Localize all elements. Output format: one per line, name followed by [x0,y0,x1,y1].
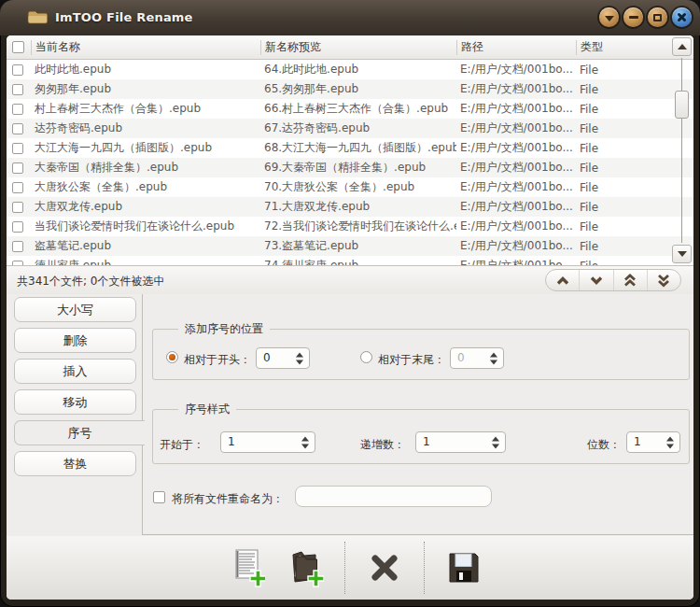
radio-relative-end[interactable] [360,351,372,363]
table-row[interactable]: 达芬奇密码.epub 67.达芬奇密码.epub E:/用户/文档/001bo.… [7,119,693,138]
row-checkbox[interactable] [12,84,23,95]
maximize-button[interactable] [648,7,667,27]
radio-relative-start[interactable] [166,351,178,363]
scrollbar-thumb[interactable] [675,91,689,119]
table-row[interactable]: 村上春树三大杰作（合集）.epub 66.村上春树三大杰作（合集）.epub E… [7,99,693,119]
move-down-icon [588,275,605,287]
move-bottom-button[interactable] [647,270,680,290]
row-checkbox[interactable] [12,143,23,154]
table-row[interactable]: 德川家康.epub 74.德川家康.epub E:/用户/文档/001bo...… [7,256,693,266]
close-icon [677,12,687,22]
sidebar-item-删除[interactable]: 删除 [14,328,136,353]
add-folder-button[interactable] [285,545,326,590]
scroll-down-button[interactable] [672,245,692,263]
table-row[interactable]: 大唐双龙传.epub 71.大唐双龙传.epub E:/用户/文档/001bo.… [7,197,693,217]
position-group-title: 添加序号的位置 [178,321,270,337]
serial-number-panel: 添加序号的位置 相对于开头： 0 相对于末尾： 0 序号样式 [142,294,693,535]
rename-all-checkbox[interactable] [153,491,165,503]
digits-label: 位数： [587,437,621,453]
column-header-current[interactable]: 当前名称 [31,35,260,59]
start-at-spinner[interactable]: 1 [220,431,315,453]
add-files-icon [230,548,265,587]
sidebar-item-替换[interactable]: 替换 [14,451,136,476]
table-row[interactable]: 此时此地.epub 64.此时此地.epub E:/用户/文档/001bo...… [7,60,693,79]
add-folder-icon [287,548,324,587]
window-title: ImTOO File Rename [55,10,193,24]
increment-label: 递增数： [360,437,405,453]
row-checkbox[interactable] [12,123,23,134]
end-offset-spinner[interactable]: 0 [450,347,504,369]
titlebar[interactable]: ImTOO File Rename [0,0,700,35]
select-all-checkbox[interactable] [12,41,24,53]
row-checkbox[interactable] [12,64,23,76]
app-window: ImTOO File Rename 当前名称 新名称预览 路径 类型 [0,0,700,607]
file-table: 当前名称 新名称预览 路径 类型 此时此地.epub 64.此时此地.epub … [7,35,693,266]
scroll-up-button[interactable] [672,37,692,56]
table-row[interactable]: 匆匆那年.epub 65.匆匆那年.epub E:/用户/文档/001bo...… [7,79,693,99]
row-checkbox[interactable] [12,241,23,252]
content-area: 当前名称 新名称预览 路径 类型 此时此地.epub 64.此时此地.epub … [7,35,693,600]
table-row[interactable]: 大唐狄公案（全集）.epub 70.大唐狄公案（全集）.epub E:/用户/文… [7,177,693,197]
spinner-arrows-icon[interactable] [301,436,309,448]
style-group: 序号样式 开始于： 1 递增数： 1 位数： 1 [152,409,690,464]
shade-icon [605,16,614,21]
move-top-button[interactable] [613,270,647,290]
minimize-button[interactable] [623,7,643,27]
row-checkbox[interactable] [12,202,23,213]
row-checkbox[interactable] [12,182,23,193]
rename-all-label: 将所有文件重命名为： [172,491,284,507]
column-header-path[interactable]: 路径 [456,35,576,59]
add-files-button[interactable] [227,545,268,590]
table-header: 当前名称 新名称预览 路径 类型 [7,35,693,60]
sidebar-item-插入[interactable]: 插入 [14,359,136,384]
table-row[interactable]: 当我们谈论爱情时我们在谈论什么.epub 72.当我们谈论爱情时我们在谈论什么.… [7,217,693,236]
spinner-arrows-icon[interactable] [492,436,499,448]
radio-relative-end-label: 相对于末尾： [378,352,445,368]
sidebar-item-移动[interactable]: 移动 [14,389,136,415]
rename-all-input[interactable] [295,486,492,507]
row-checkbox[interactable] [12,104,23,115]
table-row[interactable]: 盗墓笔记.epub 73.盗墓笔记.epub E:/用户/文档/001bo...… [7,236,693,256]
spinner-arrows-icon[interactable] [666,436,674,448]
vertical-scrollbar[interactable] [672,37,692,263]
move-up-button[interactable] [546,270,579,290]
radio-relative-start-label: 相对于开头： [184,352,251,368]
move-control [545,269,681,291]
column-header-preview[interactable]: 新名称预览 [260,35,456,59]
status-text: 共341个文件; 0个文件被选中 [17,274,164,289]
move-down-button[interactable] [579,270,612,290]
lower-area: 大小写 删除 插入 移动 序号 替换 添加序号的位置 相对于开头： 0 [7,294,693,600]
start-at-label: 开始于： [160,437,204,453]
start-offset-spinner[interactable]: 0 [256,347,310,369]
sidebar-item-序号[interactable]: 序号 [14,420,145,445]
close-button[interactable] [672,7,692,27]
spinner-arrows-icon[interactable] [296,352,303,364]
table-row[interactable]: 大江大海一九四九（插图版）.epub 68.大江大海一九四九（插图版）.epub… [7,138,693,158]
toolbar-separator [424,542,425,594]
row-checkbox[interactable] [12,221,23,233]
maximize-icon [653,14,662,21]
scrollbar-track[interactable] [681,58,682,243]
style-group-title: 序号样式 [178,402,236,417]
table-body: 此时此地.epub 64.此时此地.epub E:/用户/文档/001bo...… [7,60,693,266]
save-rename-button[interactable] [443,545,484,590]
table-row[interactable]: 大秦帝国（精排全集）.epub 69.大秦帝国（精排全集）.epub E:/用户… [7,158,693,177]
row-checkbox[interactable] [12,162,23,174]
clear-list-icon [367,550,402,586]
save-rename-icon [447,551,481,585]
digits-spinner[interactable]: 1 [626,431,680,453]
move-up-icon [554,275,571,287]
position-group: 添加序号的位置 相对于开头： 0 相对于末尾： 0 [152,329,690,380]
bottom-toolbar [7,536,693,600]
shade-button[interactable] [599,7,619,27]
clear-list-button[interactable] [364,545,405,590]
status-bar: 共341个文件; 0个文件被选中 [7,266,693,294]
app-folder-icon [27,9,48,29]
move-top-icon [622,274,638,288]
spinner-arrows-icon[interactable] [490,352,497,364]
sidebar-item-大小写[interactable]: 大小写 [14,297,136,322]
increment-spinner[interactable]: 1 [415,431,506,453]
toolbar-separator [344,542,345,594]
move-bottom-icon [655,274,672,288]
scroll-down-icon [678,251,687,257]
